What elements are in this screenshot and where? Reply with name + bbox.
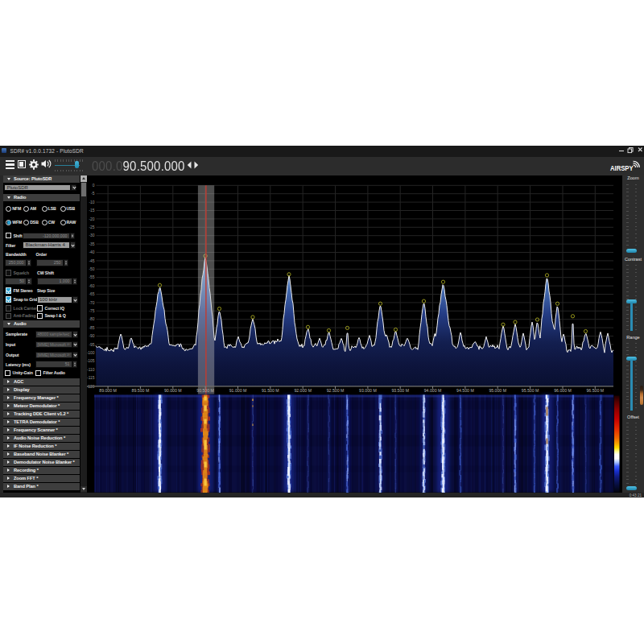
svg-text:93.000 M: 93.000 M bbox=[359, 387, 377, 392]
svg-text:-55: -55 bbox=[89, 275, 94, 279]
svg-text:-85: -85 bbox=[89, 325, 94, 329]
svg-text:94.000 M: 94.000 M bbox=[424, 387, 442, 392]
svg-text:89.500 M: 89.500 M bbox=[132, 387, 150, 392]
svg-text:-5: -5 bbox=[91, 192, 95, 196]
svg-text:91.500 M: 91.500 M bbox=[262, 387, 279, 392]
svg-text:-95: -95 bbox=[89, 342, 94, 346]
svg-text:92.000 M: 92.000 M bbox=[294, 387, 312, 392]
svg-text:-45: -45 bbox=[89, 258, 94, 262]
svg-text:-40: -40 bbox=[89, 250, 94, 254]
svg-text:91.000 M: 91.000 M bbox=[229, 387, 247, 392]
svg-text:95.500 M: 95.500 M bbox=[522, 387, 539, 392]
svg-text:90.000 M: 90.000 M bbox=[164, 387, 182, 392]
svg-text:94.500 M: 94.500 M bbox=[456, 387, 474, 392]
svg-text:-30: -30 bbox=[89, 233, 94, 237]
svg-text:-115: -115 bbox=[87, 376, 95, 380]
svg-text:-50: -50 bbox=[89, 266, 94, 270]
svg-text:-10: -10 bbox=[89, 200, 94, 204]
svg-text:-90: -90 bbox=[89, 334, 94, 338]
svg-text:-80: -80 bbox=[89, 317, 94, 321]
svg-text:-110: -110 bbox=[87, 367, 95, 371]
svg-text:-100: -100 bbox=[87, 350, 95, 354]
svg-text:93.500 M: 93.500 M bbox=[391, 387, 409, 392]
svg-text:-35: -35 bbox=[89, 242, 94, 246]
svg-text:-75: -75 bbox=[89, 308, 94, 312]
svg-text:-25: -25 bbox=[89, 225, 94, 229]
svg-text:-65: -65 bbox=[89, 292, 94, 296]
svg-text:AIRSPY: AIRSPY bbox=[610, 164, 634, 172]
svg-text:-15: -15 bbox=[89, 208, 94, 213]
svg-text:-105: -105 bbox=[87, 359, 95, 363]
svg-text:0: 0 bbox=[93, 183, 95, 187]
svg-text:96.000 M: 96.000 M bbox=[554, 387, 572, 392]
svg-text:-60: -60 bbox=[89, 283, 94, 287]
svg-text:-20: -20 bbox=[89, 217, 94, 221]
svg-text:89.000 M: 89.000 M bbox=[99, 387, 117, 392]
svg-text:90.500 M: 90.500 M bbox=[196, 387, 214, 392]
svg-text:92.500 M: 92.500 M bbox=[327, 387, 345, 392]
svg-text:96.500 M: 96.500 M bbox=[586, 387, 604, 392]
svg-text:95.000 M: 95.000 M bbox=[489, 387, 506, 392]
svg-text:-70: -70 bbox=[89, 300, 94, 304]
